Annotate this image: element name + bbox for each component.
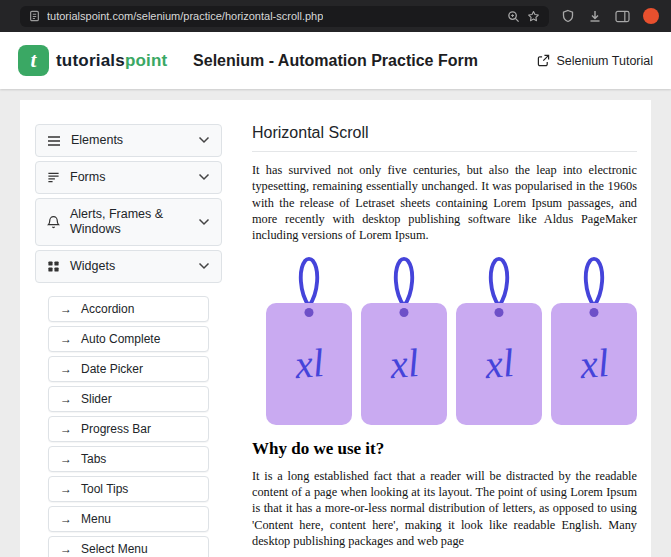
sidebar-item-alerts-frames-windows[interactable]: Alerts, Frames & Windows bbox=[35, 198, 222, 246]
page-title: Selenium - Automation Practice Form bbox=[193, 52, 478, 70]
arrow-right-icon: → bbox=[60, 453, 72, 465]
tag-size-label: xl bbox=[578, 343, 610, 385]
sidebar-item-label: Elements bbox=[71, 133, 123, 148]
section-heading: Why do we use it? bbox=[252, 439, 637, 459]
submenu-item-progress-bar[interactable]: → Progress Bar bbox=[48, 416, 209, 442]
tag-size-label: xl bbox=[388, 343, 420, 385]
content-area: Horizontal Scroll It has survived not on… bbox=[252, 124, 637, 557]
sidebar-panel-icon[interactable] bbox=[615, 10, 630, 23]
content-heading: Horizontal Scroll bbox=[252, 124, 637, 142]
xl-tag: xl bbox=[551, 254, 637, 425]
chevron-down-icon bbox=[198, 259, 210, 274]
submenu-item-date-picker[interactable]: → Date Picker bbox=[48, 356, 209, 382]
submenu-item-tool-tips[interactable]: → Tool Tips bbox=[48, 476, 209, 502]
bell-icon bbox=[47, 215, 60, 229]
xl-tag: xl bbox=[456, 254, 542, 425]
tag-rope-loop bbox=[292, 254, 326, 308]
tag-hole bbox=[305, 308, 314, 317]
arrow-right-icon: → bbox=[60, 303, 72, 315]
submenu-item-label: Date Picker bbox=[81, 362, 143, 376]
tutorialspoint-logo[interactable]: t tutorialspoint bbox=[18, 45, 167, 76]
browser-chrome: tutorialspoint.com/selenium/practice/hor… bbox=[0, 0, 671, 32]
form-icon bbox=[47, 171, 60, 184]
submenu-item-auto-complete[interactable]: → Auto Complete bbox=[48, 326, 209, 352]
submenu-item-select-menu[interactable]: → Select Menu bbox=[48, 536, 209, 557]
main-content-card: Elements Forms Alerts, Frames & Windows bbox=[20, 100, 651, 557]
arrow-right-icon: → bbox=[60, 393, 72, 405]
site-header: t tutorialspoint Selenium - Automation P… bbox=[0, 32, 671, 89]
bookmark-star-icon[interactable] bbox=[527, 10, 540, 23]
chevron-down-icon bbox=[198, 215, 210, 230]
selenium-tutorial-link[interactable]: Selenium Tutorial bbox=[537, 54, 653, 68]
arrow-right-icon: → bbox=[60, 513, 72, 525]
logo-icon: t bbox=[18, 45, 49, 76]
body-paragraph: It is a long established fact that a rea… bbox=[252, 468, 637, 550]
tag-hole bbox=[400, 308, 409, 317]
tag-body: xl bbox=[551, 303, 637, 425]
submenu-item-accordion[interactable]: → Accordion bbox=[48, 296, 209, 322]
tag-body: xl bbox=[456, 303, 542, 425]
sidebar-item-widgets[interactable]: Widgets bbox=[35, 250, 222, 283]
tag-body: xl bbox=[361, 303, 447, 425]
tag-hole bbox=[495, 308, 504, 317]
logo-text-green: point bbox=[125, 51, 168, 70]
tag-rope-loop bbox=[482, 254, 516, 308]
submenu-item-label: Select Menu bbox=[81, 542, 148, 556]
submenu-item-slider[interactable]: → Slider bbox=[48, 386, 209, 412]
list-icon bbox=[47, 135, 61, 147]
heading-divider bbox=[252, 151, 637, 152]
xl-tag: xl bbox=[266, 254, 352, 425]
chrome-toolbar-icons bbox=[561, 8, 659, 24]
tag-rope-loop bbox=[577, 254, 611, 308]
submenu-item-label: Progress Bar bbox=[81, 422, 151, 436]
page-icon bbox=[29, 10, 40, 22]
price-tags-image: xl xl xl xl bbox=[266, 254, 637, 425]
arrow-right-icon: → bbox=[60, 333, 72, 345]
sidebar: Elements Forms Alerts, Frames & Windows bbox=[35, 124, 222, 557]
intro-paragraph: It has survived not only five centuries,… bbox=[252, 162, 637, 244]
sidebar-item-label: Alerts, Frames & Windows bbox=[70, 207, 188, 237]
address-bar[interactable]: tutorialspoint.com/selenium/practice/hor… bbox=[20, 6, 549, 27]
tutorial-link-label: Selenium Tutorial bbox=[556, 54, 653, 68]
tag-body: xl bbox=[266, 303, 352, 425]
submenu-item-label: Tool Tips bbox=[81, 482, 128, 496]
arrow-right-icon: → bbox=[60, 363, 72, 375]
submenu-item-label: Menu bbox=[81, 512, 111, 526]
chevron-down-icon bbox=[198, 133, 210, 148]
profile-avatar[interactable] bbox=[643, 8, 659, 24]
arrow-right-icon: → bbox=[60, 483, 72, 495]
zoom-icon[interactable] bbox=[507, 10, 520, 23]
logo-text: tutorialspoint bbox=[56, 51, 167, 71]
tag-rope-loop bbox=[387, 254, 421, 308]
widgets-submenu: → Accordion → Auto Complete → Date Picke… bbox=[48, 296, 209, 557]
xl-tag: xl bbox=[361, 254, 447, 425]
arrow-right-icon: → bbox=[60, 543, 72, 555]
submenu-item-tabs[interactable]: → Tabs bbox=[48, 446, 209, 472]
grid-icon bbox=[47, 260, 60, 273]
shield-icon[interactable] bbox=[561, 9, 575, 23]
tag-hole bbox=[590, 308, 599, 317]
arrow-right-icon: → bbox=[60, 423, 72, 435]
tag-size-label: xl bbox=[483, 343, 515, 385]
sidebar-item-elements[interactable]: Elements bbox=[35, 124, 222, 157]
submenu-item-label: Auto Complete bbox=[81, 332, 160, 346]
url-text: tutorialspoint.com/selenium/practice/hor… bbox=[47, 10, 323, 22]
download-icon[interactable] bbox=[588, 9, 602, 23]
submenu-item-menu[interactable]: → Menu bbox=[48, 506, 209, 532]
sidebar-item-forms[interactable]: Forms bbox=[35, 161, 222, 194]
submenu-item-label: Tabs bbox=[81, 452, 106, 466]
sidebar-item-label: Widgets bbox=[70, 259, 115, 274]
external-link-icon bbox=[537, 54, 550, 67]
submenu-item-label: Accordion bbox=[81, 302, 134, 316]
submenu-item-label: Slider bbox=[81, 392, 112, 406]
logo-text-dark: tutorials bbox=[56, 51, 125, 70]
chevron-down-icon bbox=[198, 170, 210, 185]
tag-size-label: xl bbox=[293, 343, 325, 385]
sidebar-item-label: Forms bbox=[70, 170, 105, 185]
